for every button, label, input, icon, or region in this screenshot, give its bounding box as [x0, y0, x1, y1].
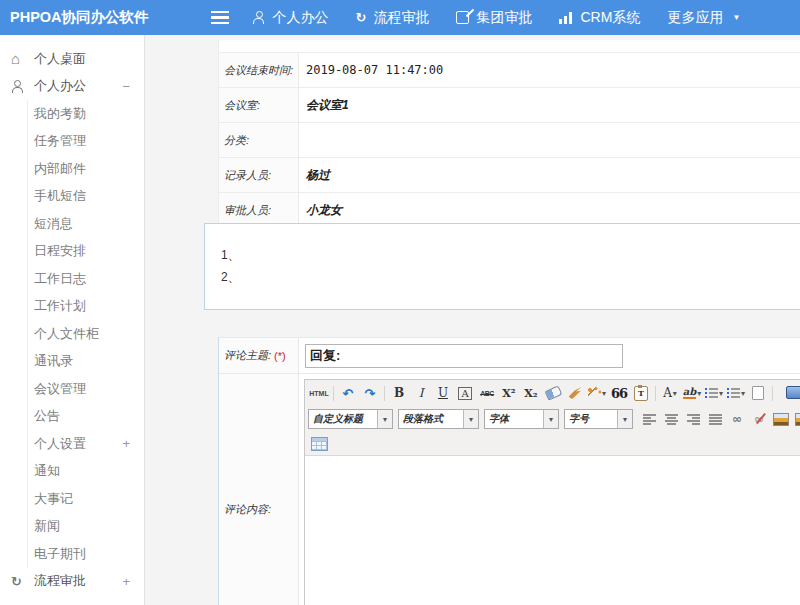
editor-subscript-button[interactable]: X₂: [521, 383, 541, 403]
sidebar-item-announcement[interactable]: 公告: [27, 403, 144, 431]
sidebar-item-short-message[interactable]: 短消息: [27, 210, 144, 238]
subscript-icon: X₂: [524, 387, 537, 400]
editor-paste-text-button[interactable]: T: [631, 383, 651, 403]
editor-italic-button[interactable]: I: [411, 383, 431, 403]
caret-down-icon: ▾: [602, 389, 606, 398]
user-icon: [11, 80, 28, 93]
editor-format-brush-button[interactable]: [565, 383, 585, 403]
selected-value: 字号: [565, 410, 617, 428]
nav-group-approval[interactable]: 集团审批: [456, 9, 532, 27]
editor-online-image-button[interactable]: [793, 409, 800, 429]
editor-strikethrough-button[interactable]: ABC: [477, 383, 497, 403]
nav-label: 集团审批: [476, 9, 532, 27]
editor-align-center-button[interactable]: [661, 409, 681, 429]
editor-font-color-button[interactable]: A▾: [660, 383, 680, 403]
nav-more-apps[interactable]: 更多应用▼: [667, 9, 740, 27]
editor-bold-button[interactable]: B: [389, 383, 409, 403]
editor-ordered-list-button[interactable]: ▾: [704, 383, 724, 403]
sidebar-item-work-plan[interactable]: 工作计划: [27, 293, 144, 321]
nav-crm-system[interactable]: CRM系统: [559, 9, 640, 27]
sidebar-item-schedule[interactable]: 日程安排: [27, 238, 144, 266]
expand-icon[interactable]: +: [122, 436, 130, 451]
sidebar-item-mobile-sms[interactable]: 手机短信: [27, 183, 144, 211]
cycle-icon: ↻: [11, 575, 28, 588]
toolbar-group: BIUAABCX²X₂▾66T: [388, 383, 652, 403]
sidebar-item-news[interactable]: 新闻: [27, 513, 144, 541]
comment-content-value-cell: HTML↶↷BIUAABCX²X₂▾66TA▾ab▾▾▾ 自定义标题▾段落格式▾…: [299, 374, 800, 605]
expand-icon[interactable]: +: [122, 574, 130, 589]
collapse-icon[interactable]: −: [122, 79, 130, 94]
sidebar-item-notice[interactable]: 通知: [27, 458, 144, 486]
field-value: [299, 123, 800, 157]
sidebar-item-work-log[interactable]: 工作日志: [27, 265, 144, 293]
sidebar-item-workflow-approval[interactable]: ↻流程审批+: [0, 568, 144, 596]
editor-align-right-button[interactable]: [683, 409, 703, 429]
sidebar-item-internal-mail[interactable]: 内部邮件: [27, 155, 144, 183]
editor-underline-button[interactable]: U: [433, 383, 453, 403]
editor-undo-button[interactable]: ↶: [338, 383, 358, 403]
editor-new-page-button[interactable]: [748, 383, 768, 403]
editor-style-select[interactable]: 自定义标题▾: [308, 409, 393, 429]
sidebar-item-task-management[interactable]: 任务管理: [27, 128, 144, 156]
editor-autotypeset-button[interactable]: ▾: [587, 383, 607, 403]
editor-font-border-button[interactable]: A: [455, 383, 475, 403]
sidebar-item-label: 短消息: [34, 215, 73, 233]
editor-redo-button[interactable]: ↷: [360, 383, 380, 403]
font-border-icon: A: [458, 387, 471, 400]
comment-subject-input[interactable]: [305, 344, 623, 368]
redo-icon: ↷: [365, 386, 376, 401]
nav-personal-office[interactable]: 个人办公: [253, 9, 329, 27]
editor-link-button[interactable]: ∞: [727, 409, 747, 429]
field-label: 会议结束时间:: [219, 53, 299, 87]
comment-content-row: 评论内容: HTML↶↷BIUAABCX²X₂▾66TA▾ab▾▾▾ 自定义标题…: [219, 374, 800, 605]
editor-content-area[interactable]: [305, 455, 800, 605]
editor-image-button[interactable]: [771, 409, 791, 429]
editor-size-select[interactable]: 字号▾: [564, 409, 633, 429]
sidebar-item-personal-settings[interactable]: 个人设置+: [27, 430, 144, 458]
caret-down-icon: ▾: [617, 410, 632, 428]
undo-icon: ↶: [343, 386, 354, 401]
editor-superscript-button[interactable]: X²: [499, 383, 519, 403]
sidebar-item-label: 工作日志: [34, 270, 86, 288]
edit-icon: [456, 11, 469, 24]
sidebar-item-my-attendance[interactable]: 我的考勤: [27, 100, 144, 128]
sidebar-item-label: 任务管理: [34, 132, 86, 150]
bold-icon: B: [394, 386, 404, 400]
strikethrough-icon: ABC: [480, 390, 494, 397]
editor-toolbar-row1: HTML↶↷BIUAABCX²X₂▾66TA▾ab▾▾▾: [305, 380, 800, 406]
sidebar-item-contacts[interactable]: 通讯录: [27, 348, 144, 376]
editor-highlight-button[interactable]: ab▾: [682, 383, 702, 403]
sidebar-item-personal-desktop[interactable]: ⌂个人桌面: [0, 45, 144, 73]
toolbar-group: A▾ab▾▾▾: [659, 383, 769, 403]
editor-align-left-button[interactable]: [639, 409, 659, 429]
editor-blockquote-button[interactable]: 66: [609, 383, 629, 403]
caret-down-icon: ▾: [543, 410, 558, 428]
blockquote-icon: 66: [611, 386, 627, 401]
sidebar-item-personal-office[interactable]: 个人办公−: [0, 73, 144, 101]
menu-toggle-button[interactable]: [211, 11, 229, 24]
editor-unordered-list-button[interactable]: ▾: [726, 383, 746, 403]
align-center-icon: [665, 414, 678, 425]
sidebar-item-personal-file-cabinet[interactable]: 个人文件柜: [27, 320, 144, 348]
editor-paragraph-select[interactable]: 段落格式▾: [398, 409, 479, 429]
nav-workflow-approval[interactable]: ↻流程审批: [356, 9, 430, 27]
editor-insert-table-button[interactable]: [309, 434, 329, 454]
editor-justify-button[interactable]: [705, 409, 725, 429]
editor-html-source-button[interactable]: HTML: [309, 383, 329, 403]
sidebar-item-e-journal[interactable]: 电子期刊: [27, 540, 144, 568]
editor-eraser-button[interactable]: [543, 383, 563, 403]
ordered-list-icon: [705, 388, 718, 399]
app-logo[interactable]: PHPOA协同办公软件: [0, 8, 149, 27]
editor-fullscreen-button[interactable]: [784, 382, 800, 402]
editor-font-select[interactable]: 字体▾: [484, 409, 559, 429]
sidebar: ⌂个人桌面个人办公−我的考勤任务管理内部邮件手机短信短消息日程安排工作日志工作计…: [0, 35, 145, 605]
sidebar-item-meeting-management[interactable]: 会议管理: [27, 375, 144, 403]
topbar: PHPOA协同办公软件 个人办公↻流程审批集团审批CRM系统更多应用▼: [0, 0, 800, 35]
hamburger-icon: [211, 11, 229, 24]
meeting-content-box[interactable]: 1、2、: [204, 223, 800, 310]
nav-label: 更多应用: [667, 9, 723, 27]
sidebar-item-memorabilia[interactable]: 大事记: [27, 485, 144, 513]
editor-unlink-button[interactable]: ∞: [749, 409, 769, 429]
sidebar-item-label: 大事记: [34, 490, 73, 508]
fullscreen-icon: [786, 386, 800, 399]
